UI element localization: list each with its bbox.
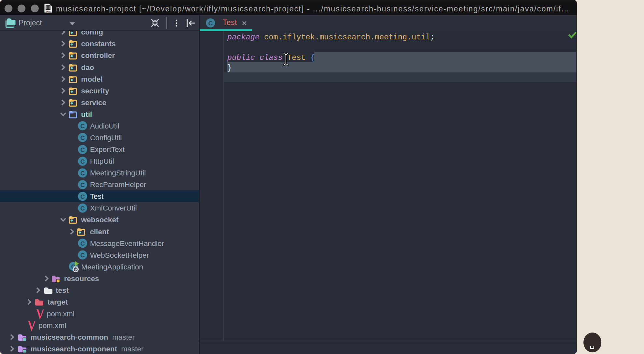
svg-text:JAVA: JAVA	[46, 11, 51, 13]
svg-text:C: C	[80, 240, 85, 247]
svg-text:C: C	[80, 252, 85, 259]
svg-text:C: C	[80, 134, 85, 141]
svg-text:C: C	[80, 181, 85, 188]
svg-text:C: C	[80, 123, 85, 129]
svg-text:C: C	[80, 158, 85, 165]
svg-text:C: C	[80, 193, 85, 200]
svg-text:C: C	[208, 20, 213, 26]
svg-text:C: C	[80, 170, 85, 176]
svg-text:C: C	[80, 205, 85, 211]
svg-text:C: C	[80, 146, 85, 153]
